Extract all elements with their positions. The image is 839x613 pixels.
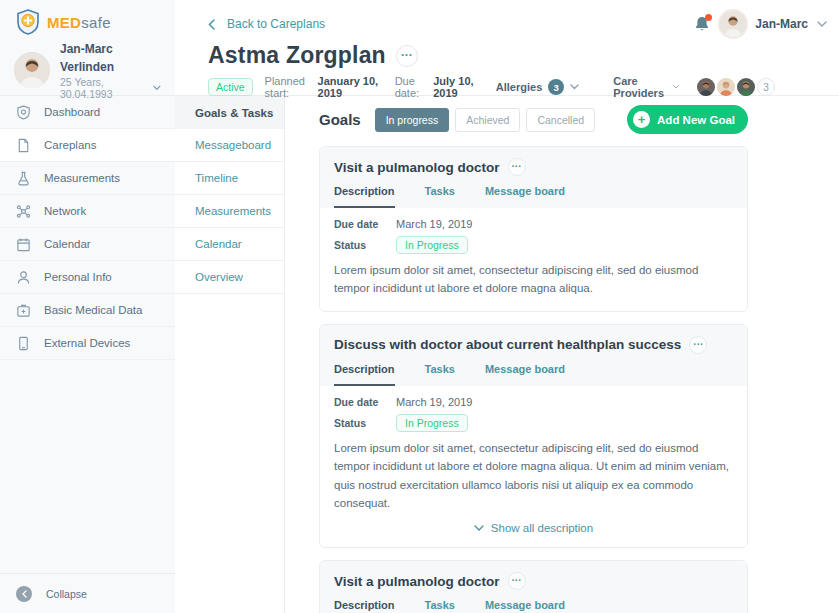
goal-options-button[interactable]: ··· <box>508 158 526 176</box>
user-name: Jan-Marc Verlinden <box>60 40 161 76</box>
allergies-count-badge: 3 <box>548 79 564 95</box>
goal-title: Discuss with doctor about current health… <box>334 337 681 352</box>
care-provider-avatars[interactable]: 3 <box>697 78 775 96</box>
tab-message-board[interactable]: Message board <box>485 185 565 208</box>
goal-filter-button[interactable]: Cancelled <box>526 108 595 132</box>
goals-main: Goals In progress Achieved Cancelled + A… <box>285 96 839 613</box>
chevron-down-icon <box>673 84 679 90</box>
sidebar-item-label: External Devices <box>44 337 130 349</box>
tab-message-board[interactable]: Message board <box>485 599 565 613</box>
goal-filter-button[interactable]: In progress <box>375 108 450 132</box>
back-label: Back to Careplans <box>227 17 325 31</box>
collapse-sidebar-button[interactable]: Collapse <box>0 573 175 613</box>
sidebar-item-calendar[interactable]: Calendar <box>0 228 175 261</box>
sidebar-item-network[interactable]: Network <box>0 195 175 228</box>
goal-filters: In progress Achieved Cancelled <box>375 108 595 132</box>
goal-due-date-label: Due date <box>334 218 396 230</box>
header-user-avatar[interactable] <box>720 11 746 37</box>
user-avatar <box>14 52 50 88</box>
tab-tasks[interactable]: Tasks <box>425 185 455 208</box>
chevron-down-icon <box>570 84 579 90</box>
person-icon <box>16 270 31 285</box>
tab-description[interactable]: Description <box>334 363 395 386</box>
goal-card: Visit a pulmanolog doctor ··· Descriptio… <box>319 146 748 312</box>
subnav-item-label: Measurements <box>195 205 271 217</box>
subnav-item-label: Goals & Tasks <box>195 107 273 119</box>
sidebar-item-label: Careplans <box>44 139 96 151</box>
sidebar-item-dashboard[interactable]: Dashboard <box>0 96 175 129</box>
goal-status-label: Status <box>334 417 396 429</box>
goal-tabs: Description Tasks Message board <box>334 363 733 386</box>
sidebar-item-label: Basic Medical Data <box>44 304 142 316</box>
provider-avatar <box>737 78 755 96</box>
providers-count-badge: 3 <box>757 78 775 96</box>
subnav-item-label: Timeline <box>195 172 238 184</box>
sidebar-item-external-devices[interactable]: External Devices <box>0 327 175 360</box>
dashboard-shield-icon <box>16 105 31 120</box>
subnav-item[interactable]: Goals & Tasks <box>175 96 284 129</box>
goal-options-button[interactable]: ··· <box>689 336 707 354</box>
document-icon <box>16 138 31 153</box>
subnav-item[interactable]: Messageboard <box>175 129 284 162</box>
subnav-item[interactable]: Overview <box>175 261 284 294</box>
show-all-description-link[interactable]: Show all description <box>334 522 733 534</box>
app-logo[interactable]: MEDsafe <box>0 0 175 44</box>
provider-avatar <box>697 78 715 96</box>
tab-description[interactable]: Description <box>334 599 395 613</box>
goal-status-badge: In Progress <box>396 414 468 432</box>
subnav-item-label: Overview <box>195 271 243 283</box>
chevron-down-icon[interactable] <box>153 85 161 91</box>
subnav-item[interactable]: Measurements <box>175 195 284 228</box>
sidebar-item-label: Personal Info <box>44 271 112 283</box>
tab-tasks[interactable]: Tasks <box>425 599 455 613</box>
planned-start-value: January 10, 2019 <box>318 75 381 99</box>
sidebar-item-label: Dashboard <box>44 106 100 118</box>
network-icon <box>16 204 31 219</box>
subnav-item[interactable]: Calendar <box>175 228 284 261</box>
sidebar-item-personal-info[interactable]: Personal Info <box>0 261 175 294</box>
provider-avatar <box>717 78 735 96</box>
subnav-item-label: Messageboard <box>195 139 271 151</box>
device-icon <box>16 336 31 351</box>
planned-start-label: Planned start: <box>265 75 314 99</box>
care-providers-dropdown[interactable]: Care Providers <box>613 75 679 99</box>
plus-icon: + <box>633 111 650 128</box>
add-new-goal-button[interactable]: + Add New Goal <box>627 105 748 134</box>
back-to-careplans-link[interactable]: Back to Careplans <box>208 17 325 31</box>
chevron-left-icon <box>16 586 32 602</box>
sidebar-nav: Dashboard Careplans Measurements Network… <box>0 96 175 573</box>
goal-filter-button[interactable]: Achieved <box>455 108 520 132</box>
page-header: Back to Careplans Jan-Marc <box>175 0 839 96</box>
brand-wordmark: MEDsafe <box>47 14 111 31</box>
goal-due-date-value: March 19, 2019 <box>396 218 472 230</box>
sidebar-item-measurements[interactable]: Measurements <box>0 162 175 195</box>
sidebar-user-profile[interactable]: Jan-Marc Verlinden 25 Years, 30.04.1993 <box>0 44 175 96</box>
add-goal-label: Add New Goal <box>657 114 735 126</box>
tab-tasks[interactable]: Tasks <box>425 363 455 386</box>
goal-due-date-label: Due date <box>334 396 396 408</box>
allergies-label: Allergies <box>496 81 542 93</box>
goal-title: Visit a pulmanolog doctor <box>334 160 500 175</box>
allergies-dropdown[interactable]: Allergies 3 <box>496 79 579 95</box>
goal-description: Lorem ipsum dolor sit amet, consectetur … <box>334 261 733 298</box>
tab-message-board[interactable]: Message board <box>485 363 565 386</box>
tab-description[interactable]: Description <box>334 185 395 208</box>
careplan-options-button[interactable]: ··· <box>396 45 418 67</box>
subnav-item[interactable]: Timeline <box>175 162 284 195</box>
goal-card: Visit a pulmanolog doctor ··· Descriptio… <box>319 560 748 613</box>
due-date-label: Due date: <box>395 75 429 99</box>
left-sidebar: MEDsafe Jan-Marc Verlinden 25 Years, 30.… <box>0 0 175 613</box>
goal-options-button[interactable]: ··· <box>508 572 526 590</box>
sidebar-item-basic-medical-data[interactable]: Basic Medical Data <box>0 294 175 327</box>
goal-status-label: Status <box>334 239 396 251</box>
chevron-down-icon[interactable] <box>817 21 827 27</box>
brand-safe: safe <box>81 14 111 31</box>
sidebar-item-careplans[interactable]: Careplans <box>0 129 175 162</box>
careplan-subnav: Goals & Tasks Messageboard Timeline Meas… <box>175 96 285 613</box>
calendar-icon <box>16 237 31 252</box>
subnav-item-label: Calendar <box>195 238 242 250</box>
notifications-bell-icon[interactable] <box>693 15 711 33</box>
careplan-status-badge: Active <box>208 78 253 96</box>
careplan-title: Astma Zorgplan <box>208 42 386 69</box>
chevron-left-icon <box>208 19 215 30</box>
